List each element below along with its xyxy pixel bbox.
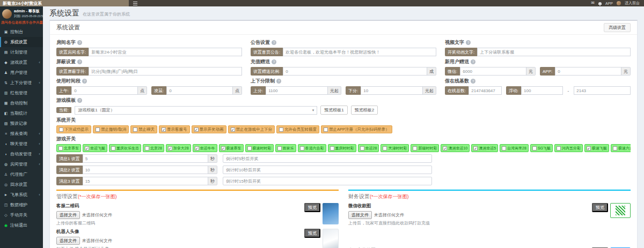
sidebar-item-flyorder-system[interactable]: ►飞单系统‹ [0, 190, 43, 200]
sidebar-item-logout[interactable]: ◉注销退出 [0, 220, 43, 230]
system-toggle-7[interactable]: 允许会员互转额度 [276, 125, 319, 133]
usage-time-field-label: 使用时间段? [56, 78, 242, 85]
online-base-input[interactable]: 2143 [574, 86, 631, 95]
game-template-select[interactable]: 游戏模板1（固定）▾ [75, 106, 317, 115]
sidebar-item-plan-management[interactable]: ▤计划管理 [0, 47, 43, 57]
message2-seconds-input[interactable]: 10 [83, 166, 208, 174]
sidebar-item-updown-management[interactable]: ⇅上下分管理‹ [0, 78, 43, 88]
game-toggle-1[interactable]: 北京赛车 [56, 144, 81, 152]
system-toggle-8[interactable]: 禁止APP注册（只允许扫码登录） [321, 125, 392, 133]
game-toggle-4[interactable]: 北京28 [143, 144, 164, 152]
sidebar-item-rebate-settings[interactable]: ◎回水设置 [0, 179, 43, 190]
game-template-selected-value: 游戏模板1（固定） [78, 107, 114, 113]
message3-prefix-label: 消息3 设置 [56, 177, 83, 185]
game-toggle-13[interactable]: 天津时时彩 [380, 144, 409, 152]
sidebar-item-label: 自动控制 [10, 100, 27, 106]
recharge-bonus-input[interactable]: 0 [283, 67, 427, 76]
checkbox-icon [279, 127, 283, 132]
game-toggle-10[interactable]: 香港六合彩 [298, 144, 326, 152]
enter-front-link[interactable]: 进入前台 [625, 1, 640, 6]
usage-time-input[interactable]: 0 [71, 86, 138, 95]
sidebar-item-room-management[interactable]: ◍房间管理‹ [0, 159, 43, 169]
wechat-payment-preview-button[interactable]: 预览 [592, 203, 608, 212]
game-toggle-17[interactable]: 台湾宾果28 [500, 144, 529, 152]
sidebar-item-user-management[interactable]: ♟用户管理 [0, 67, 43, 78]
updown-limit-input[interactable]: 10 [361, 86, 423, 95]
message1-prefix-label: 消息1 设置 [56, 154, 83, 163]
game-toggle-16[interactable]: ✓澳洲幸运5 [471, 144, 498, 152]
system-toggle-4[interactable]: ✓显示客服号 [159, 125, 190, 133]
system-toggle-3[interactable]: 禁止聊天 [130, 125, 157, 133]
announcement-input[interactable]: 欢迎各位老板，欢迎光临本平台！祝您财运愉快！ [283, 48, 436, 56]
updown-limit-field-label: 上下分限制? [251, 78, 436, 85]
page-subtitle: 在这里设置属于你的系统 [83, 11, 130, 17]
message3-seconds-input[interactable]: 15 [83, 177, 208, 185]
sidebar-toggle-icon[interactable] [133, 3, 137, 4]
system-toggle-6[interactable]: ✓禁止在游戏中上下分 [228, 125, 275, 133]
robot-avatar-preview-button[interactable]: 预览 [304, 229, 320, 238]
video-text-input[interactable]: 上下分请联系客服 [477, 48, 631, 56]
game-toggle-8[interactable]: 极速时时彩 [245, 144, 274, 152]
avatar [2, 9, 12, 19]
game-toggle-18[interactable]: SG飞艇 [530, 144, 553, 152]
advanced-settings-button[interactable]: 高级设置 [604, 23, 631, 32]
sidebar-item-autosend-management[interactable]: ◗自动发管理‹ [0, 149, 43, 159]
system-toggle-5[interactable]: ✓显示开奖动画 [192, 125, 226, 133]
online-base-input[interactable]: 100 [521, 86, 563, 95]
sidebar-item-console[interactable]: ▣控制台 [0, 27, 43, 37]
room-name-input[interactable]: 新葡京24小时营业 [89, 48, 242, 56]
sidebar-item-auto-control[interactable]: ▦自动控制 [0, 98, 43, 108]
game-toggle-21[interactable]: 极速六合彩 [611, 144, 631, 152]
message2-text-input[interactable]: 倒计时10秒后开奖 [223, 166, 432, 174]
game-toggle-2[interactable]: ✓幸运飞艇 [83, 144, 107, 152]
sidebar-item-redpacket-management[interactable]: ▥红包管理 [0, 88, 43, 98]
game-toggle-5[interactable]: ✓加拿大28 [166, 144, 191, 152]
new-user-bonus-input[interactable]: 0 [555, 67, 621, 76]
checkbox-icon: ✓ [231, 127, 235, 132]
customer-service-qrcode-preview-button[interactable]: 预览 [304, 203, 320, 212]
page-title: 系统设置 [49, 9, 79, 18]
game-toggle-14[interactable]: 新疆时时彩 [411, 144, 439, 152]
system-toggle-1[interactable]: 下注成功提示 [56, 125, 91, 133]
sidebar-item-game-settings[interactable]: ◆游戏设置‹ [0, 57, 43, 67]
message1-text-input[interactable]: 倒计时5秒后开奖 [223, 154, 432, 163]
game-toggle-6[interactable]: ✓幸运牛牛 [193, 144, 217, 152]
game-toggle-11[interactable]: 重庆时时彩 [328, 144, 356, 152]
sidebar-item-data-maintenance[interactable]: ◫数据维护 [0, 200, 43, 210]
sidebar-item-system-settings[interactable]: ⊙系统设置 [0, 37, 43, 47]
game-toggle-12[interactable]: 幸运28 [358, 144, 379, 152]
updown-limit-input[interactable]: 1100 [266, 86, 328, 95]
game-toggle-15[interactable]: ✓澳洲幸运10 [441, 144, 470, 152]
sidebar-item-preset-records[interactable]: ▨预设记录 [0, 118, 43, 129]
preview-template-2-button[interactable]: 预览模板2 [351, 106, 378, 115]
mail-icon[interactable]: ✉ [591, 1, 595, 5]
sidebar-item-report-query[interactable]: ≡报表查询‹ [0, 129, 43, 139]
message1-seconds-input[interactable]: 5 [83, 154, 208, 163]
sidebar-item-label: 系统设置 [10, 39, 27, 45]
game-toggle-label: 幸运牛牛 [200, 146, 215, 151]
sidebar-item-manual-switch[interactable]: ◇手动开关 [0, 210, 43, 220]
block-words-input[interactable]: 比分|淘|微|黑|广|码|网|日 [89, 67, 242, 76]
sidebar-item-chat-management[interactable]: ◖聊天管理‹ [0, 139, 43, 149]
preview-template-1-button[interactable]: 预览模板1 [320, 106, 347, 115]
announcement-group: 设置首页公告:欢迎各位老板，欢迎光临本平台！祝您财运愉快！ [251, 48, 436, 56]
new-user-bonus-input[interactable]: 6000 [460, 67, 526, 76]
system-toggle-2[interactable]: 禁止撤销/取消 [93, 125, 129, 133]
game-toggle-3[interactable]: 重庆欢乐生肖 [109, 144, 141, 152]
usage-time-input[interactable]: 0 [166, 86, 233, 95]
online-base-input[interactable]: 2147483647 [469, 86, 502, 95]
message3-text-input[interactable]: 倒计时15秒后开奖 [223, 177, 432, 185]
app-download-link[interactable]: APP [605, 2, 613, 5]
sidebar-item-agent-promotion[interactable]: ♙代理推广 [0, 169, 43, 179]
wechat-payment-item: 微信收款图选择文件未选择任何文件上传后，玩家可直接扫描此收款码打款充值预览 [348, 203, 631, 226]
checkbox-icon [413, 146, 417, 151]
game-toggle-9[interactable]: 百家乐 [275, 144, 296, 152]
customer-service-qrcode-choose-file-button[interactable]: 选择文件 [56, 211, 80, 219]
sidebar-item-current-stats[interactable]: ◧当期统计 [0, 108, 43, 118]
bell-icon[interactable] [598, 2, 602, 5]
robot-avatar-choose-file-button[interactable]: 选择文件 [56, 237, 80, 245]
game-toggle-7[interactable]: ✓极速赛车 [219, 144, 244, 152]
wechat-payment-choose-file-button[interactable]: 选择文件 [348, 211, 372, 219]
game-toggle-19[interactable]: 河内五分彩 [554, 144, 583, 152]
game-toggle-20[interactable]: ✓极速飞艇 [584, 144, 609, 152]
